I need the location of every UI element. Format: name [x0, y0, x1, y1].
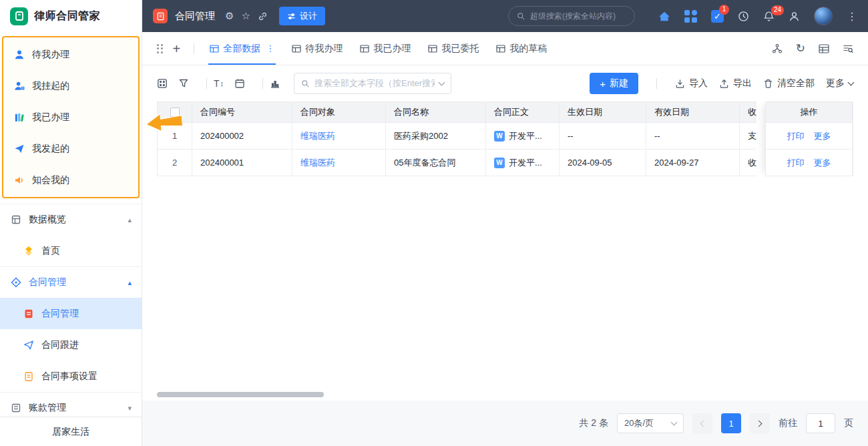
- tab-pending[interactable]: 待我办理: [292, 32, 343, 65]
- grid-view-icon: [292, 45, 301, 53]
- table-row[interactable]: 2 202400001 维瑞医药 05年度备忘合同 W 开发平... 2024-…: [158, 150, 756, 176]
- sidebar-item-home-page[interactable]: 首页: [0, 235, 142, 266]
- contract-body-cell[interactable]: 开发平...: [509, 130, 542, 142]
- sidebar-item-contract-follow[interactable]: 合同跟进: [0, 329, 142, 361]
- tab-all-data[interactable]: 全部数据 ⋮: [210, 32, 274, 65]
- user-avatar[interactable]: [814, 7, 833, 25]
- chart-icon[interactable]: [270, 78, 280, 89]
- sidebar-item-contract-manage[interactable]: 合同管理: [0, 298, 142, 329]
- table-view-icon[interactable]: [819, 44, 829, 53]
- print-link[interactable]: 打印: [787, 157, 805, 169]
- todo-check-icon[interactable]: ✓ 1: [711, 10, 724, 23]
- new-button-label: 新建: [610, 77, 628, 89]
- sidebar-group-label: 账款管理: [29, 402, 66, 414]
- table-search-input[interactable]: 搜索全部文本字段（按Enter搜索）: [294, 73, 451, 94]
- field-config-icon[interactable]: [157, 78, 168, 89]
- share-link-icon[interactable]: [258, 11, 268, 21]
- global-search-input[interactable]: 超级搜索(搜索全站内容): [508, 6, 635, 26]
- ops-header: 操作: [766, 101, 853, 123]
- home-icon[interactable]: [658, 11, 670, 22]
- print-link[interactable]: 打印: [787, 130, 805, 142]
- clear-label: 清空全部: [777, 77, 815, 89]
- main-area: 合同管理 ⚙ ☆ 设计 超级搜索(搜索全站内容): [142, 0, 868, 446]
- column-header[interactable]: 合同编号: [192, 101, 292, 123]
- sidebar-item-home-life[interactable]: 居家生活: [0, 417, 142, 446]
- horizontal-scrollbar[interactable]: [157, 392, 324, 397]
- send-plane-icon: [13, 143, 25, 154]
- add-view-button[interactable]: +: [173, 42, 181, 55]
- sidebar-group-data-overview[interactable]: 数据概览 ▴: [0, 204, 142, 235]
- start-date-cell: 2024-09-05: [560, 150, 646, 176]
- column-header[interactable]: 合同对象: [292, 101, 386, 123]
- text-sort-icon[interactable]: T↕: [214, 78, 224, 89]
- apps-grid-icon[interactable]: [684, 10, 697, 23]
- export-label: 导出: [733, 77, 752, 89]
- sidebar-group-account[interactable]: 账款管理 ▾: [0, 392, 142, 417]
- tab-menu-icon[interactable]: ⋮: [266, 43, 274, 53]
- row-height-icon[interactable]: [234, 78, 245, 89]
- row-more-link[interactable]: 更多: [814, 130, 831, 142]
- filter-search-icon[interactable]: [843, 43, 853, 54]
- tab-label: 我的草稿: [509, 43, 547, 55]
- caret-down-icon: ▾: [128, 404, 132, 413]
- import-button[interactable]: 导入: [675, 77, 708, 89]
- sidebar-item-todo[interactable]: 待我办理: [3, 39, 138, 70]
- sidebar-item-contract-settings[interactable]: 合同事项设置: [0, 361, 142, 392]
- export-button[interactable]: 导出: [719, 77, 752, 89]
- tab-label: 全部数据: [223, 43, 260, 55]
- chevron-down-icon[interactable]: [439, 79, 445, 86]
- sidebar-item-suspended[interactable]: 我挂起的: [3, 70, 138, 101]
- inout-cell: 支出: [740, 123, 756, 150]
- search-icon: [301, 79, 310, 88]
- sidebar-group-label: 合同管理: [29, 276, 66, 288]
- next-page-button[interactable]: [750, 413, 770, 433]
- tab-delegated[interactable]: 我已委托: [428, 32, 479, 65]
- support-person-icon[interactable]: [789, 11, 800, 22]
- drag-handle-icon[interactable]: [157, 44, 163, 53]
- clear-all-button[interactable]: 清空全部: [763, 77, 815, 89]
- column-header[interactable]: 有效日期: [646, 101, 740, 123]
- party-link[interactable]: 维瑞医药: [300, 157, 335, 169]
- workflow-icon[interactable]: [772, 43, 783, 54]
- new-contract-button[interactable]: + 新建: [590, 73, 638, 94]
- table-row[interactable]: 1 202400002 维瑞医药 医药采购2002 W 开发平... -- --…: [158, 123, 756, 150]
- tab-drafts[interactable]: 我的草稿: [496, 32, 547, 65]
- page-size-select[interactable]: 20条/页: [617, 413, 684, 433]
- sidebar-item-initiated[interactable]: 我发起的: [3, 133, 138, 164]
- tab-label: 我已办理: [373, 43, 411, 55]
- sidebar-item-done[interactable]: 我已办理: [3, 101, 138, 133]
- word-doc-icon: W: [494, 158, 505, 168]
- more-button[interactable]: 更多: [826, 77, 853, 89]
- notification-bell-icon[interactable]: 24: [763, 11, 775, 22]
- more-menu-icon[interactable]: ⋮: [847, 10, 857, 23]
- column-header[interactable]: 收支: [740, 101, 756, 123]
- tab-done[interactable]: 我已办理: [360, 32, 411, 65]
- history-clock-icon[interactable]: [738, 11, 749, 22]
- data-overview-icon: [10, 214, 21, 226]
- row-more-link[interactable]: 更多: [814, 157, 831, 169]
- sidebar-item-label: 合同管理: [41, 308, 79, 320]
- goto-page-input[interactable]: 1: [806, 413, 835, 433]
- app-logo: 律师合同管家: [0, 0, 142, 32]
- contract-body-cell[interactable]: 开发平...: [509, 157, 542, 169]
- column-header[interactable]: 生效日期: [560, 101, 646, 123]
- contract-doc-icon: [23, 308, 34, 319]
- sidebar-group-contract[interactable]: 合同管理 ▴: [0, 266, 142, 298]
- page-button-1[interactable]: 1: [721, 413, 741, 433]
- end-date-cell: 2024-09-27: [646, 150, 740, 176]
- toolbar-actions: + 新建 导入 导出 清空全部 更多: [590, 73, 853, 94]
- design-button[interactable]: 设计: [279, 7, 325, 25]
- tab-label: 我已委托: [441, 43, 479, 55]
- party-link[interactable]: 维瑞医药: [300, 130, 335, 142]
- prev-page-button[interactable]: [692, 413, 712, 433]
- settings-gear-icon[interactable]: ⚙: [225, 10, 234, 22]
- row-index: 2: [158, 150, 192, 176]
- favorite-star-icon[interactable]: ☆: [241, 10, 250, 22]
- refresh-icon[interactable]: ↻: [796, 43, 805, 54]
- sidebar-item-notified[interactable]: 知会我的: [3, 164, 138, 196]
- filter-funnel-icon[interactable]: [178, 78, 189, 89]
- chevron-down-icon: [671, 419, 678, 426]
- column-header[interactable]: 合同名称: [386, 101, 486, 123]
- contract-code-cell: 202400001: [192, 150, 292, 176]
- column-header[interactable]: 合同正文: [486, 101, 560, 123]
